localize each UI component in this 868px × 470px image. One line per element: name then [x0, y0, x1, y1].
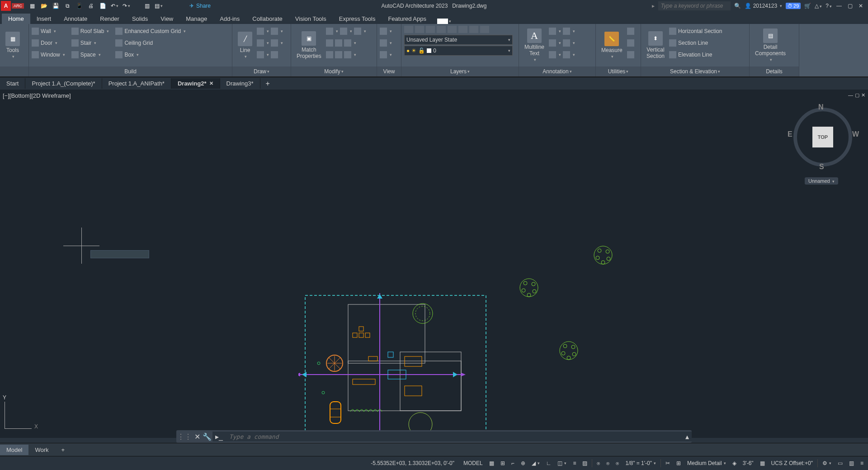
drag-handle-icon[interactable]: ⋮⋮ [176, 432, 193, 441]
search-expand-icon[interactable]: ▸ [652, 3, 655, 9]
stretch-icon[interactable] [326, 51, 333, 58]
save-icon[interactable]: 💾 [52, 2, 59, 9]
vsection-button[interactable]: ⬍Vertical Section [644, 26, 667, 65]
anno-scale-icon[interactable]: ⍟ [595, 459, 602, 467]
ucs-offset[interactable]: UCS Z Offset:+0" [769, 459, 815, 467]
units-icon[interactable]: ▭ [836, 459, 844, 467]
door-button[interactable]: Door▾ [32, 38, 65, 48]
close-button[interactable]: ✕ [857, 3, 864, 9]
navcube-w[interactable]: W [852, 130, 859, 138]
section-panel-title[interactable]: Section & Elevation▾ [641, 66, 749, 76]
navcube-n[interactable]: N [818, 103, 824, 111]
restore-button[interactable]: ▢ [846, 3, 854, 9]
doc-tab-anipath[interactable]: Project 1.A_ANIPath* [102, 78, 171, 89]
tab-view[interactable]: View [154, 14, 179, 24]
util-icon[interactable] [627, 51, 634, 58]
layer-current-combo[interactable]: ● ☀ 🔓 0 ▾ [404, 46, 513, 56]
line-button[interactable]: ╱Line▾ [235, 26, 255, 65]
trim-icon[interactable] [354, 28, 361, 35]
layout-tab-work[interactable]: Work [28, 445, 55, 455]
revision-icon[interactable] [563, 51, 570, 58]
minimize-button[interactable]: — [835, 3, 843, 9]
iso-toggle[interactable]: ◢▾ [530, 459, 542, 467]
doc-tab-project1a[interactable]: Project 1.A_(Complete)* [25, 78, 102, 89]
layer-state-combo[interactable]: Unsaved Layer State▾ [404, 35, 513, 45]
fillet-icon[interactable] [344, 39, 351, 47]
scale-icon[interactable] [335, 51, 342, 58]
undo-icon[interactable]: ↶▾ [111, 2, 118, 9]
tools-button[interactable]: ▦Tools▾ [3, 26, 23, 65]
stair-button[interactable]: Stair▾ [71, 38, 109, 48]
space-button[interactable]: Space▾ [71, 49, 109, 60]
coordinates-readout[interactable]: -5.55352E+03, 1.33032E+03, 0'-0" [371, 460, 454, 466]
vp-minimize-icon[interactable]: — [848, 92, 853, 98]
layer-tool-icon[interactable] [426, 26, 435, 33]
arc-button[interactable]: ▾▾ [257, 38, 283, 48]
redo-icon[interactable]: ↷▾ [123, 2, 130, 9]
plot-icon[interactable]: 🖨 [87, 2, 94, 9]
layer-tool-icon[interactable] [437, 26, 446, 33]
pan-icon[interactable] [380, 39, 387, 47]
navcube-top[interactable]: TOP [812, 127, 833, 147]
cmd-close-button[interactable]: ✕ [193, 432, 202, 441]
workspace-icon[interactable]: ⚙▾ [821, 459, 833, 467]
dim-icon[interactable] [549, 28, 556, 35]
notification-badge[interactable]: ⏱ 29 [786, 3, 801, 9]
viewport-label[interactable]: [−][Bottom][2D Wireframe] [3, 92, 71, 99]
transparency-toggle[interactable]: ▨ [580, 459, 589, 467]
layer-tool-icon[interactable] [415, 26, 424, 33]
app-icon[interactable]: △▾ [815, 3, 822, 9]
osnap-toggle[interactable]: ∟ [544, 459, 553, 467]
tab-render[interactable]: Render [94, 14, 126, 24]
tab-solids[interactable]: Solids [126, 14, 154, 24]
measure-button[interactable]: 📏Measure▾ [599, 26, 625, 65]
tab-manage[interactable]: Manage [179, 14, 213, 24]
print-icon[interactable]: 📄 [99, 2, 106, 9]
search-input[interactable] [658, 1, 731, 10]
cart-icon[interactable]: 🛒 [804, 3, 811, 9]
tab-annotate[interactable]: Annotate [57, 14, 94, 24]
draw-panel-title[interactable]: Draw▾ [232, 66, 291, 76]
cmd-recent-button[interactable]: ▴ [683, 432, 692, 442]
leader-icon[interactable] [563, 28, 570, 35]
cmd-config-button[interactable]: 🔧 [202, 432, 212, 441]
add-layout-button[interactable]: + [55, 445, 71, 455]
cutplane-icon[interactable]: ✂ [664, 459, 672, 467]
grid-toggle[interactable]: ▦ [487, 459, 496, 467]
snap-toggle[interactable]: ⊞ [499, 459, 507, 467]
replace-z-icon[interactable]: ⊞ [675, 459, 683, 467]
tab-vision[interactable]: Vision Tools [289, 14, 333, 24]
qprops-icon[interactable]: ▥ [847, 459, 856, 467]
secline-button[interactable]: Section Line [669, 38, 722, 48]
lineweight-toggle[interactable]: ≡ [571, 459, 578, 467]
elevation-display[interactable]: 3'-6" [741, 459, 755, 467]
vp-close-icon[interactable]: ✕ [861, 92, 865, 98]
rotate-icon[interactable] [340, 28, 347, 35]
text-button[interactable]: AMultiline Text▾ [522, 26, 547, 65]
user-menu[interactable]: 👤 20124123 ▾ [745, 3, 782, 9]
scale-display[interactable]: 1/8" = 1'-0"▾ [623, 459, 658, 467]
anno-visibility-icon[interactable]: ⍟ [604, 459, 611, 467]
elevline-button[interactable]: Elevation Line [669, 49, 722, 60]
add-tab-button[interactable]: + [260, 78, 275, 90]
polyline-button[interactable]: ▾▾ [257, 26, 283, 37]
navcube-e[interactable]: E [788, 130, 793, 138]
tab-express[interactable]: Express Tools [333, 14, 382, 24]
polar-toggle[interactable]: ⊕ [519, 459, 527, 467]
mirror-icon[interactable] [335, 39, 342, 47]
layout-tab-model[interactable]: Model [0, 445, 28, 455]
layer-tool-icon[interactable] [448, 26, 457, 33]
doc-tab-drawing2[interactable]: Drawing2*✕ [171, 78, 220, 89]
ortho-toggle[interactable]: ⌐ [509, 459, 516, 467]
share-button[interactable]: ✈ Share [189, 3, 211, 9]
zoom-icon[interactable] [380, 28, 387, 35]
tab-collaborate[interactable]: Collaborate [246, 14, 289, 24]
window-button[interactable]: Window▾ [32, 49, 65, 60]
array-icon[interactable] [344, 51, 351, 58]
tag-icon[interactable] [563, 39, 570, 47]
drawing-canvas[interactable]: [−][Bottom][2D Wireframe] — ▢ ✕ [0, 90, 868, 438]
layer-tool-icon[interactable] [458, 26, 467, 33]
navcube-ucs-label[interactable]: Unnamed ▾ [805, 177, 838, 185]
layer-tool-icon[interactable] [404, 26, 413, 33]
modify-panel-title[interactable]: Modify▾ [291, 66, 377, 76]
